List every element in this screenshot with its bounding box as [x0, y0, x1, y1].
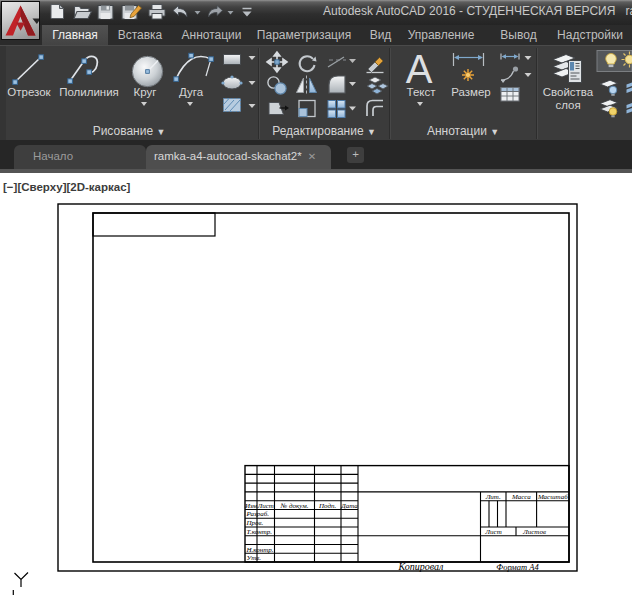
svg-text:Н.контр.: Н.контр. — [246, 546, 274, 554]
svg-text:Лит.: Лит. — [485, 493, 501, 501]
svg-text:Масса: Масса — [511, 493, 531, 501]
svg-text:Т.контр.: Т.контр. — [247, 528, 273, 536]
svg-text:№ докум.: № докум. — [280, 502, 309, 510]
svg-text:Дата: Дата — [340, 502, 358, 510]
svg-text:Лист: Лист — [256, 502, 273, 510]
svg-text:Разраб.: Разраб. — [246, 510, 270, 518]
svg-text:Копировал: Копировал — [398, 561, 445, 572]
svg-text:Подп.: Подп. — [318, 502, 337, 510]
svg-text:Изм: Изм — [244, 502, 258, 510]
svg-text:A: A — [406, 47, 433, 91]
svg-text:Листов: Листов — [522, 528, 546, 536]
svg-text:Формат А4: Формат А4 — [496, 562, 539, 572]
svg-text:Утв.: Утв. — [247, 554, 262, 562]
svg-text:Пров.: Пров. — [246, 519, 264, 527]
svg-text:Масштаб: Масштаб — [537, 493, 568, 501]
svg-text:Лист: Лист — [484, 528, 501, 536]
